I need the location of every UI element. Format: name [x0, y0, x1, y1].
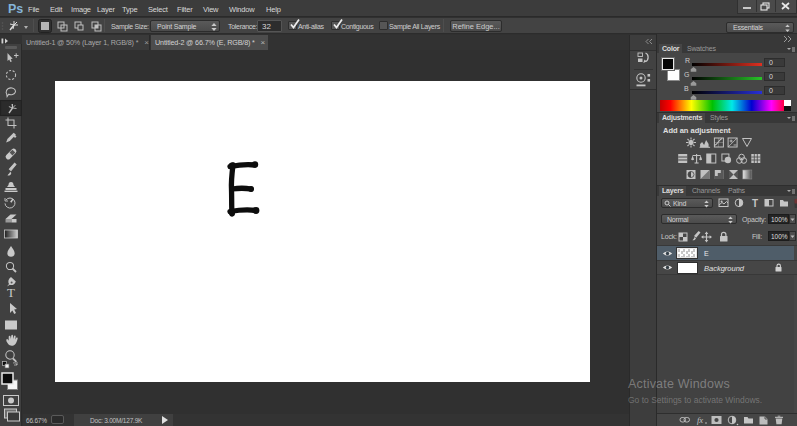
svg-text:T: T [752, 198, 758, 209]
svg-text:T: T [7, 285, 15, 300]
svg-text:fx: fx [697, 415, 703, 425]
